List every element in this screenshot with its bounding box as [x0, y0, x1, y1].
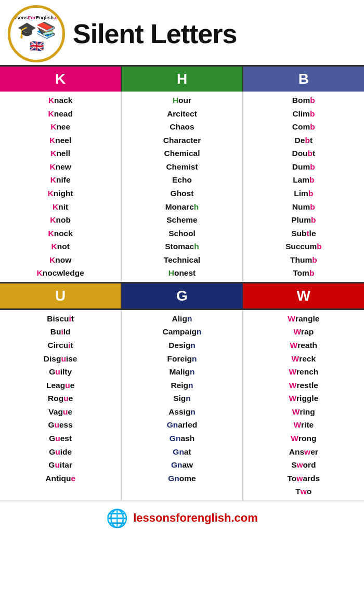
word-g-7: Sign [124, 392, 239, 405]
word-h-13: Technical [124, 253, 239, 267]
bottom-words-row: Biscuit Build Circuit Disguise Guilty Le… [0, 309, 364, 500]
word-b-2: Climb [246, 107, 361, 121]
word-k-14: Knocwledge [3, 266, 118, 280]
word-w-11: Answer [246, 445, 361, 459]
word-h-8: Ghost [124, 187, 239, 200]
word-k-11: Knock [3, 227, 118, 240]
word-u-4: Disguise [3, 352, 118, 366]
word-u-7: Rogue [3, 392, 118, 405]
col-h-words: Hour Arcitect Chaos Character Chemical C… [121, 92, 242, 282]
word-w-3: Wreath [246, 339, 361, 352]
logo-flag: 🇬🇧 [30, 40, 44, 53]
word-h-9: Monarch [124, 200, 239, 214]
word-h-2: Arcitect [124, 107, 239, 121]
word-g-1: Align [124, 312, 239, 326]
word-b-1: Bomb [246, 94, 361, 107]
word-w-5: Wrench [246, 365, 361, 379]
word-w-1: Wrangle [246, 312, 361, 326]
word-w-9: Write [246, 418, 361, 432]
word-b-11: Subtle [246, 227, 361, 240]
word-h-12: Stomach [124, 240, 239, 253]
col-b-words: Bomb Climb Comb Debt Doubt Dumb Lamb Lim… [243, 92, 364, 282]
word-b-12: Succumb [246, 240, 361, 253]
word-b-14: Tomb [246, 266, 361, 280]
word-k-6: Knew [3, 160, 118, 174]
word-g-8: Assign [124, 405, 239, 419]
main-table: K H B Knack Knead Knee Kneel Knell Knew … [0, 65, 364, 500]
word-k-4: Kneel [3, 134, 118, 147]
word-w-13: Towards [246, 472, 361, 485]
footer-globe-icon: 🌐 [106, 508, 128, 528]
word-h-5: Chemical [124, 147, 239, 160]
word-g-11: Gnat [124, 445, 239, 459]
word-h-4: Character [124, 134, 239, 147]
word-h-1: Hour [124, 94, 239, 107]
word-k-10: Knob [3, 213, 118, 227]
word-b-5: Doubt [246, 147, 361, 160]
logo-text: LessonsForEnglish.com [8, 15, 65, 20]
word-u-5: Guilty [3, 365, 118, 379]
word-w-7: Wriggle [246, 392, 361, 405]
word-u-13: Antique [3, 472, 118, 485]
word-g-3: Design [124, 339, 239, 352]
word-w-12: Sword [246, 458, 361, 472]
word-k-7: Knife [3, 173, 118, 187]
word-u-2: Build [3, 325, 118, 339]
word-b-6: Dumb [246, 160, 361, 174]
word-g-9: Gnarled [124, 418, 239, 432]
col-w-header: W [243, 282, 364, 309]
col-k-words: Knack Knead Knee Kneel Knell Knew Knife … [0, 92, 121, 282]
word-b-4: Debt [246, 134, 361, 147]
word-g-6: Reign [124, 379, 239, 392]
word-u-9: Guess [3, 418, 118, 432]
word-g-4: Foreign [124, 352, 239, 366]
word-w-4: Wreck [246, 352, 361, 366]
word-b-10: Plumb [246, 213, 361, 227]
col-u-header: U [0, 282, 121, 309]
word-w-10: Wrong [246, 432, 361, 445]
word-h-6: Chemist [124, 160, 239, 174]
word-b-13: Thumb [246, 253, 361, 267]
col-g-words: Align Campaign Design Foreign Malign Rei… [121, 309, 242, 500]
word-k-8: Knight [3, 187, 118, 200]
word-u-8: Vague [3, 405, 118, 419]
word-b-9: Numb [246, 200, 361, 214]
col-u-words: Biscuit Build Circuit Disguise Guilty Le… [0, 309, 121, 500]
word-g-13: Gnome [124, 472, 239, 485]
word-b-7: Lamb [246, 173, 361, 187]
word-u-3: Circuit [3, 339, 118, 352]
word-g-10: Gnash [124, 432, 239, 445]
word-h-14: Honest [124, 266, 239, 280]
word-w-2: Wrap [246, 325, 361, 339]
footer: 🌐 lessonsforenglish.com [0, 500, 364, 535]
word-h-11: School [124, 227, 239, 240]
word-g-2: Campaign [124, 325, 239, 339]
col-b-header: B [243, 66, 364, 92]
page-title: Silent Letters [73, 18, 237, 49]
word-h-7: Echo [124, 173, 239, 187]
top-words-row: Knack Knead Knee Kneel Knell Knew Knife … [0, 92, 364, 282]
footer-url: lessonsforenglish.com [133, 511, 258, 525]
bottom-header-row: U G W [0, 282, 364, 309]
logo-icon: 🎓📚 [17, 21, 56, 39]
word-k-9: Knit [3, 200, 118, 214]
word-h-10: Scheme [124, 213, 239, 227]
col-w-words: Wrangle Wrap Wreath Wreck Wrench Wrestle… [243, 309, 364, 500]
word-u-12: Guitar [3, 458, 118, 472]
col-g-header: G [121, 282, 242, 309]
word-k-5: Knell [3, 147, 118, 160]
word-u-10: Guest [3, 432, 118, 445]
word-u-6: League [3, 379, 118, 392]
word-g-12: Gnaw [124, 458, 239, 472]
top-header-row: K H B [0, 66, 364, 92]
word-w-14: Two [246, 485, 361, 498]
word-h-3: Chaos [124, 120, 239, 134]
word-k-13: Know [3, 253, 118, 267]
col-k-header: K [0, 66, 121, 92]
word-b-3: Comb [246, 120, 361, 134]
word-w-6: Wrestle [246, 379, 361, 392]
word-k-2: Knead [3, 107, 118, 121]
word-b-8: Limb [246, 187, 361, 200]
word-w-8: Wring [246, 405, 361, 419]
word-g-5: Malign [124, 365, 239, 379]
